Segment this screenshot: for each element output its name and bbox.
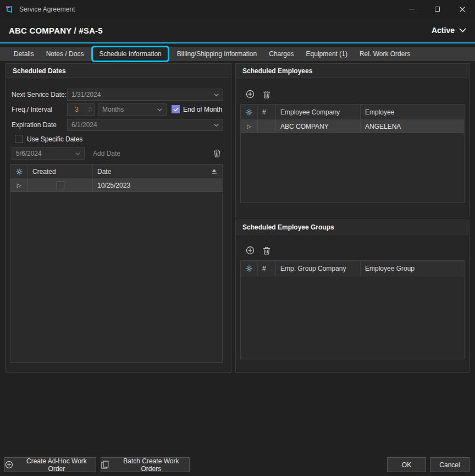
row-company-cell: ABC COMPANY: [276, 120, 361, 133]
scheduled-employee-groups-grid: # Emp. Group Company Employee Group: [240, 260, 465, 359]
end-of-month-checkbox[interactable]: [172, 105, 180, 113]
add-employee-group-button[interactable]: [246, 246, 255, 255]
column-header-number[interactable]: #: [258, 261, 276, 276]
close-icon: [460, 7, 465, 12]
expiration-date-combo[interactable]: 6/1/2024: [67, 119, 223, 131]
trash-icon: [213, 149, 221, 157]
sun-icon: [246, 109, 252, 116]
column-header-group-company[interactable]: Emp. Group Company: [276, 261, 361, 276]
grid-settings-header[interactable]: [241, 105, 258, 119]
chevron-down-icon: [157, 108, 162, 111]
column-header-employee[interactable]: Employee: [361, 105, 464, 119]
column-header-date[interactable]: Date: [93, 165, 222, 178]
sun-icon: [16, 168, 23, 175]
next-service-date-combo[interactable]: 1/31/2024: [67, 89, 223, 101]
accent-divider: [0, 42, 475, 43]
maximize-button[interactable]: [424, 0, 450, 18]
expiration-date-value: 6/1/2024: [71, 121, 97, 129]
delete-date-button[interactable]: [213, 149, 221, 157]
tab-notes-docs[interactable]: Notes / Docs: [40, 47, 90, 61]
scheduled-employees-title: Scheduled Employees: [236, 64, 469, 78]
expiration-date-label: Expiration Date: [12, 119, 57, 131]
freq-interval-spinner[interactable]: 3: [67, 103, 95, 116]
tab-billing-shipping[interactable]: Billing/Shipping Information: [171, 47, 263, 61]
next-service-date-label: Next Service Date:: [12, 89, 67, 101]
batch-create-work-orders-button[interactable]: Batch Create Work Orders: [101, 457, 190, 472]
expand-icon: ▷: [247, 124, 251, 129]
scheduled-employee-groups-title: Scheduled Employee Groups: [236, 220, 469, 234]
minimize-button[interactable]: [399, 0, 424, 18]
column-header-employee-group[interactable]: Employee Group: [361, 261, 464, 276]
trash-icon: [263, 247, 270, 255]
create-adhoc-work-order-button[interactable]: Create Ad-Hoc Work Order: [4, 457, 96, 472]
add-employee-button[interactable]: [246, 90, 255, 99]
plus-circle-icon: [246, 246, 255, 255]
grid-header: # Employee Company Employee: [241, 105, 464, 120]
freq-unit-value: Months: [102, 106, 124, 113]
row-employee-cell: ANGELENA: [361, 120, 464, 133]
new-date-value: 5/6/2024: [16, 150, 42, 157]
freq-interval-label: Freq./ Interval: [12, 103, 52, 116]
check-icon: [173, 107, 179, 112]
scheduled-employees-panel: Scheduled Employees # Employee Company E…: [235, 63, 470, 217]
row-expander-cell[interactable]: ▷: [241, 120, 258, 133]
chevron-down-icon: [75, 152, 80, 155]
chevron-down-icon: [214, 94, 219, 96]
grid-settings-header[interactable]: [241, 261, 258, 276]
trash-icon: [263, 90, 270, 99]
row-created-cell[interactable]: [28, 179, 93, 192]
freq-unit-combo[interactable]: Months: [98, 103, 167, 116]
window-title: Service Agreement: [19, 6, 75, 13]
status-dropdown[interactable]: Active: [432, 26, 466, 35]
column-header-created[interactable]: Created: [28, 165, 93, 178]
chevron-down-icon: [459, 28, 466, 32]
freq-interval-value: 3: [68, 104, 86, 115]
column-header-employee-company[interactable]: Employee Company: [276, 105, 361, 119]
use-specific-dates-checkbox[interactable]: [15, 135, 23, 143]
plus-circle-icon: [5, 461, 13, 469]
copy-documents-icon: [101, 461, 109, 469]
status-value: Active: [432, 26, 455, 35]
column-header-number[interactable]: #: [258, 105, 276, 119]
scheduled-employee-groups-panel: Scheduled Employee Groups # Emp. Group C…: [235, 220, 470, 373]
employee-groups-toolbar: [236, 242, 469, 259]
scheduled-employees-grid: # Employee Company Employee ▷ ABC COMPAN…: [240, 104, 465, 203]
maximize-icon: [435, 7, 440, 12]
delete-employee-group-button[interactable]: [263, 247, 270, 255]
record-header: ABC COMPANY / #SA-5 Active: [0, 18, 475, 42]
close-button[interactable]: [450, 0, 475, 18]
add-date-button[interactable]: Add Date: [91, 147, 123, 160]
tab-details[interactable]: Details: [8, 47, 40, 61]
tab-rel-work-orders[interactable]: Rel. Work Orders: [354, 47, 416, 61]
delete-employee-button[interactable]: [263, 90, 270, 99]
table-row[interactable]: ▷ 10/25/2023: [10, 179, 222, 192]
spinner-arrows-icon[interactable]: [86, 104, 94, 115]
page-title: ABC COMPANY / #SA-5: [9, 26, 103, 35]
cancel-button[interactable]: Cancel: [430, 457, 470, 472]
chevron-down-icon: [214, 124, 219, 127]
tab-schedule-information[interactable]: Schedule Information: [91, 46, 169, 62]
row-date-cell: 10/25/2023: [93, 179, 222, 192]
grid-settings-header[interactable]: [10, 165, 28, 178]
ok-button[interactable]: OK: [387, 457, 426, 472]
scheduled-dates-panel: Scheduled Dates Next Service Date: 1/31/…: [5, 63, 231, 373]
end-of-month-label: End of Month: [183, 103, 222, 116]
row-number-cell: [258, 120, 276, 133]
new-date-combo[interactable]: 5/6/2024: [12, 147, 85, 160]
table-row[interactable]: ▷ ABC COMPANY ANGELENA: [241, 120, 464, 133]
titlebar: Service Agreement: [0, 0, 475, 18]
sort-icon[interactable]: [211, 169, 218, 174]
created-checkbox[interactable]: [57, 182, 64, 189]
scheduled-dates-title: Scheduled Dates: [6, 64, 231, 78]
window-controls: [399, 0, 475, 18]
row-expander-cell[interactable]: ▷: [10, 179, 28, 192]
use-specific-dates-label: Use Specific Dates: [27, 134, 82, 144]
tab-strip: Details Notes / Docs Schedule Informatio…: [0, 47, 475, 61]
tab-equipment[interactable]: Equipment (1): [300, 47, 354, 61]
specific-dates-grid: Created Date ▷ 10/25/2023: [10, 164, 223, 363]
app-logo-icon: [5, 5, 14, 14]
tab-charges[interactable]: Charges: [263, 47, 300, 61]
next-service-date-value: 1/31/2024: [71, 91, 101, 99]
sun-icon: [246, 265, 252, 272]
employees-toolbar: [236, 86, 469, 102]
